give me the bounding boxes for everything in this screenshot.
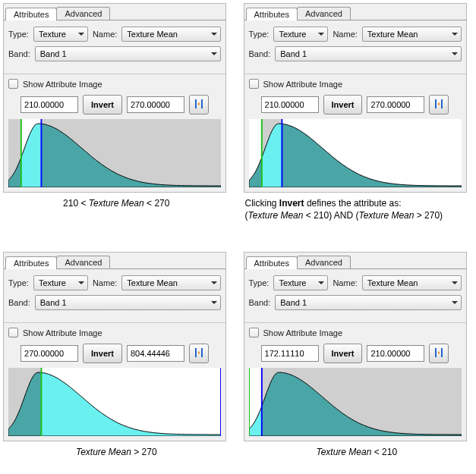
chevron-down-icon	[452, 33, 458, 36]
tab-advanced[interactable]: Advanced	[297, 256, 351, 268]
type-label: Type:	[8, 278, 29, 287]
full-extent-button[interactable]	[189, 95, 209, 115]
tab-advanced[interactable]: Advanced	[56, 7, 110, 20]
tab-attributes[interactable]: Attributes	[246, 8, 298, 20]
type-label: Type:	[8, 30, 29, 39]
type-dropdown[interactable]: Texture	[33, 275, 88, 290]
tab-advanced[interactable]: Advanced	[56, 256, 110, 268]
attribute-panel: Attributes Advanced Type: Texture Name: …	[3, 3, 230, 221]
svg-rect-11	[441, 99, 443, 108]
histogram[interactable]	[249, 119, 462, 187]
tab-attributes[interactable]: Attributes	[5, 8, 57, 20]
invert-button[interactable]: Invert	[323, 344, 363, 363]
type-dropdown-value: Texture	[279, 30, 306, 39]
show-attr-image-checkbox[interactable]	[249, 79, 259, 89]
attribute-panel: Attributes Advanced Type: Texture Name: …	[244, 3, 471, 221]
lower-bound-input[interactable]: 210.00000	[261, 96, 319, 113]
chevron-down-icon	[318, 33, 324, 36]
invert-button[interactable]: Invert	[83, 95, 122, 115]
show-attr-image-checkbox[interactable]	[249, 328, 259, 337]
chevron-down-icon	[78, 33, 84, 36]
panel-caption: Texture Mean > 270	[3, 446, 230, 458]
band-dropdown[interactable]: Band 1	[275, 295, 461, 310]
tab-bar: Attributes Advanced	[4, 253, 225, 269]
show-attr-image-checkbox[interactable]	[8, 79, 18, 89]
lower-bound-input[interactable]: 210.00000	[20, 96, 78, 113]
tab-advanced[interactable]: Advanced	[297, 7, 351, 20]
chevron-down-icon	[211, 33, 217, 36]
show-attr-image-checkbox[interactable]	[8, 328, 18, 337]
show-attr-image-label: Show Attribute Image	[263, 80, 343, 89]
name-dropdown[interactable]: Texture Mean	[362, 275, 462, 290]
band-dropdown[interactable]: Band 1	[275, 46, 461, 61]
name-dropdown[interactable]: Texture Mean	[121, 27, 221, 42]
band-label: Band:	[8, 298, 30, 307]
svg-rect-29	[435, 348, 437, 357]
invert-button[interactable]: Invert	[83, 344, 122, 363]
lower-bound-input[interactable]: 172.11110	[261, 345, 319, 362]
attribute-panel: Attributes Advanced Type: Texture Name: …	[3, 252, 230, 458]
svg-rect-10	[435, 99, 437, 108]
histogram[interactable]	[249, 368, 462, 436]
attribute-panel: Attributes Advanced Type: Texture Name: …	[244, 252, 471, 458]
show-attr-image-label: Show Attribute Image	[23, 328, 102, 337]
type-label: Type:	[249, 30, 270, 39]
tab-attributes[interactable]: Attributes	[5, 256, 57, 269]
tab-bar: Attributes Advanced	[4, 4, 225, 20]
name-dropdown-value: Texture Mean	[127, 30, 178, 39]
type-dropdown[interactable]: Texture	[273, 27, 328, 42]
lower-bound-input[interactable]: 270.00000	[20, 345, 78, 362]
band-label: Band:	[249, 298, 271, 307]
full-extent-icon	[193, 347, 205, 360]
chevron-down-icon	[452, 281, 458, 284]
full-extent-icon	[433, 347, 445, 360]
type-label: Type:	[249, 278, 270, 287]
name-label: Name:	[93, 278, 117, 287]
upper-bound-input[interactable]: 804.44446	[127, 345, 184, 362]
full-extent-button[interactable]	[429, 95, 449, 115]
full-extent-button[interactable]	[189, 344, 209, 363]
chevron-down-icon	[452, 52, 458, 55]
show-attr-image-label: Show Attribute Image	[263, 328, 343, 337]
band-dropdown[interactable]: Band 1	[35, 295, 221, 310]
histogram[interactable]	[8, 119, 221, 187]
full-extent-icon	[193, 98, 205, 111]
chevron-down-icon	[211, 281, 217, 284]
upper-bound-input[interactable]: 210.00000	[367, 345, 424, 362]
full-extent-button[interactable]	[429, 344, 449, 363]
tab-attributes[interactable]: Attributes	[246, 256, 298, 269]
chevron-down-icon	[211, 52, 217, 55]
type-dropdown[interactable]: Texture	[33, 27, 88, 42]
name-label: Name:	[333, 30, 357, 39]
band-label: Band:	[8, 49, 30, 58]
svg-rect-1	[201, 99, 203, 108]
band-dropdown[interactable]: Band 1	[35, 46, 221, 61]
svg-rect-30	[441, 348, 443, 357]
name-dropdown[interactable]: Texture Mean	[362, 27, 462, 42]
panel-caption: Texture Mean < 210	[244, 446, 471, 458]
upper-bound-input[interactable]: 270.00000	[127, 96, 184, 113]
full-extent-icon	[433, 98, 445, 111]
type-dropdown-value: Texture	[39, 30, 66, 39]
chevron-down-icon	[78, 281, 84, 284]
name-dropdown[interactable]: Texture Mean	[121, 275, 221, 290]
histogram[interactable]	[8, 368, 221, 436]
band-dropdown-value: Band 1	[280, 49, 307, 58]
name-dropdown-value: Texture Mean	[127, 278, 178, 287]
svg-rect-0	[195, 99, 197, 108]
name-dropdown-value: Texture Mean	[367, 30, 418, 39]
upper-bound-input[interactable]: 270.00000	[367, 96, 424, 113]
show-attr-image-label: Show Attribute Image	[23, 80, 102, 89]
tab-bar: Attributes Advanced	[244, 4, 466, 20]
name-dropdown-value: Texture Mean	[367, 278, 418, 287]
type-dropdown-value: Texture	[39, 278, 66, 287]
invert-button[interactable]: Invert	[323, 95, 363, 115]
chevron-down-icon	[452, 301, 458, 304]
band-dropdown-value: Band 1	[40, 298, 67, 307]
panel-caption: 210 < Texture Mean < 270	[3, 197, 230, 209]
type-dropdown-value: Texture	[279, 278, 306, 287]
chevron-down-icon	[211, 301, 217, 304]
svg-rect-19	[195, 348, 197, 357]
type-dropdown[interactable]: Texture	[273, 275, 328, 290]
band-dropdown-value: Band 1	[280, 298, 307, 307]
